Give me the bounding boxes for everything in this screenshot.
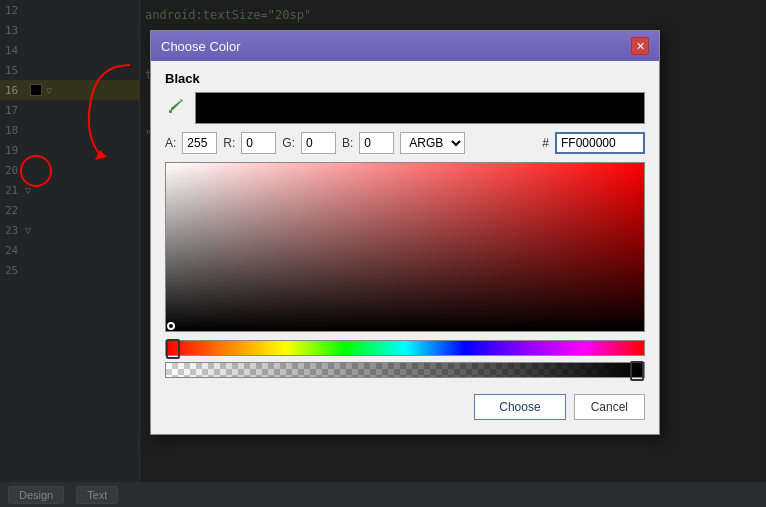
color-name-label: Black <box>165 71 645 86</box>
b-label: B: <box>342 136 353 150</box>
hue-slider[interactable] <box>165 340 645 356</box>
color-picker-dialog: Choose Color ✕ Black A: R: G: B: <box>150 30 660 435</box>
r-label: R: <box>223 136 235 150</box>
eyedropper-button[interactable] <box>165 95 187 121</box>
color-gradient-picker[interactable] <box>165 162 645 332</box>
g-input[interactable] <box>301 132 336 154</box>
eyedropper-icon <box>167 97 185 115</box>
color-mode-dropdown[interactable]: ARGB RGB HSB <box>400 132 465 154</box>
dialog-titlebar: Choose Color ✕ <box>151 31 659 61</box>
r-input[interactable] <box>241 132 276 154</box>
dialog-footer: Choose Cancel <box>165 390 645 424</box>
a-input[interactable] <box>182 132 217 154</box>
color-preview-row <box>165 92 645 124</box>
alpha-slider[interactable] <box>165 362 645 378</box>
gradient-canvas <box>166 163 644 331</box>
hex-input[interactable] <box>555 132 645 154</box>
dialog-close-button[interactable]: ✕ <box>631 37 649 55</box>
argb-input-row: A: R: G: B: ARGB RGB HSB # <box>165 132 645 154</box>
g-label: G: <box>282 136 295 150</box>
b-input[interactable] <box>359 132 394 154</box>
hue-thumb <box>166 339 180 359</box>
a-label: A: <box>165 136 176 150</box>
dialog-title: Choose Color <box>161 39 241 54</box>
svg-rect-0 <box>169 110 172 113</box>
choose-button[interactable]: Choose <box>474 394 565 420</box>
gradient-dark-layer <box>166 163 644 331</box>
cancel-button[interactable]: Cancel <box>574 394 645 420</box>
color-preview-swatch <box>195 92 645 124</box>
hex-hash-label: # <box>542 136 549 150</box>
dialog-body: Black A: R: G: B: ARGB RGB HS <box>151 61 659 434</box>
color-picker-cursor <box>167 322 175 330</box>
alpha-thumb <box>630 361 644 381</box>
